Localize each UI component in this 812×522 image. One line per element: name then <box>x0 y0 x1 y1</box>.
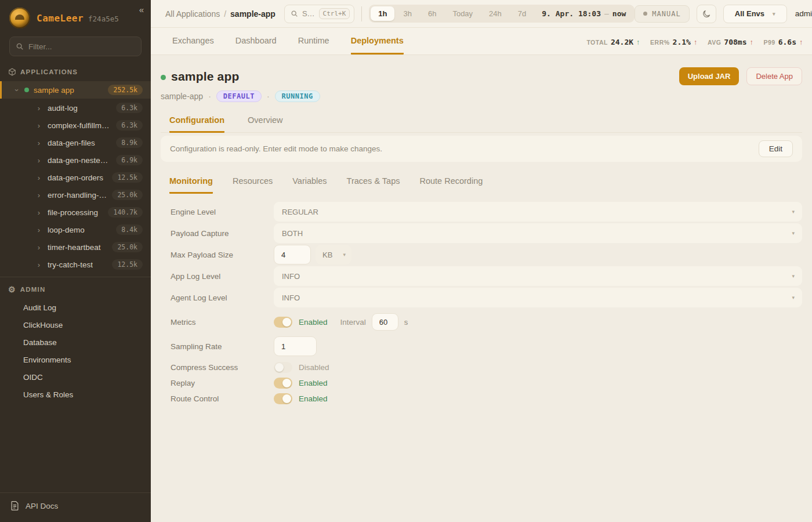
app-label: sample app <box>34 86 74 95</box>
manual-dot-icon <box>643 12 647 16</box>
tab-overview[interactable]: Overview <box>248 115 282 133</box>
env-select-value: All Envs <box>735 9 764 18</box>
upload-jar-button[interactable]: Upload JAR <box>679 67 740 85</box>
chevron-down-icon: › <box>13 86 21 94</box>
field-label: Route Control <box>171 394 274 403</box>
max-payload-size-input[interactable] <box>274 245 311 264</box>
subtab-monitoring[interactable]: Monitoring <box>169 176 213 194</box>
time-range-24h[interactable]: 24h <box>481 6 509 21</box>
filter-input[interactable] <box>28 42 135 51</box>
subtab-traces-taps[interactable]: Traces & Taps <box>347 176 400 194</box>
route-label: error-handling-… <box>48 191 107 200</box>
time-range-today[interactable]: Today <box>445 6 480 21</box>
sidebar-footer: API Docs <box>0 492 151 522</box>
applications-section-header: APPLICATIONS <box>0 68 151 81</box>
metrics-toggle[interactable] <box>274 317 292 328</box>
form-row-replay: Replay Enabled <box>171 378 802 389</box>
field-label: Sampling Rate <box>171 342 274 351</box>
metrics-interval-input[interactable] <box>372 313 398 331</box>
sidebar-item-environments[interactable]: Environments <box>0 351 151 368</box>
stat-label: ERR% <box>650 39 670 46</box>
middot: · <box>208 92 211 101</box>
refresh-mode-button[interactable]: MANUAL <box>635 5 689 23</box>
time-range-6h[interactable]: 6h <box>420 6 444 21</box>
env-select[interactable]: All Envs ▾ <box>723 5 787 23</box>
tab-exchanges[interactable]: Exchanges <box>172 36 214 55</box>
chevron-down-icon: ▾ <box>773 11 775 17</box>
form-row-metrics: Metrics Enabled Interval s <box>171 313 802 331</box>
count-badge: 140.7k <box>108 207 143 217</box>
edit-button[interactable]: Edit <box>759 140 793 157</box>
compress-success-toggle[interactable] <box>274 362 292 373</box>
route-control-toggle[interactable] <box>274 393 292 404</box>
trend-up-icon: ↑ <box>636 38 640 46</box>
sidebar-collapse-icon[interactable]: « <box>139 5 144 14</box>
theme-toggle-button[interactable] <box>697 5 716 23</box>
form-row-engine-level: Engine Level REGULAR ▾ <box>171 202 802 222</box>
sidebar-item-error-handling[interactable]: › error-handling-… 25.0k <box>0 186 151 204</box>
tab-runtime[interactable]: Runtime <box>298 36 329 55</box>
sidebar-item-audit-log[interactable]: › audit-log 6.3k <box>0 99 151 117</box>
global-search[interactable]: S… Ctrl+K <box>284 5 354 23</box>
delete-app-button[interactable]: Delete App <box>746 67 802 85</box>
content: sample app Upload JAR Delete App sample-… <box>151 55 812 522</box>
app-log-level-select[interactable]: INFO ▾ <box>274 266 802 286</box>
sidebar-item-file-processing[interactable]: › file-processing 140.7k <box>0 204 151 221</box>
sidebar-item-complex-fulfillment[interactable]: › complex-fulfillm… 6.3k <box>0 117 151 134</box>
subtab-route-recording[interactable]: Route Recording <box>419 176 483 194</box>
sidebar-item-data-gen-orders[interactable]: › data-gen-orders 12.5k <box>0 169 151 186</box>
filter-input-wrap <box>9 37 142 56</box>
breadcrumb-current: sample-app <box>230 9 276 19</box>
app-status-dot <box>161 75 166 80</box>
max-payload-unit-select[interactable]: KB ▾ <box>316 245 351 264</box>
chevron-right-icon: › <box>35 191 43 200</box>
route-label: data-gen-files <box>48 139 95 147</box>
agent-log-level-select[interactable]: INFO ▾ <box>274 288 802 307</box>
breadcrumb-all-applications[interactable]: All Applications <box>165 9 220 19</box>
app-log-level-value: INFO <box>282 272 300 281</box>
time-range-3h[interactable]: 3h <box>396 6 419 21</box>
sidebar-item-data-gen-nested[interactable]: › data-gen-neste… 6.9k <box>0 151 151 169</box>
sidebar-item-loop-demo[interactable]: › loop-demo 8.4k <box>0 221 151 238</box>
time-range-1h[interactable]: 1h <box>371 6 394 21</box>
gear-icon: ⚙ <box>8 285 16 293</box>
subtab-resources[interactable]: Resources <box>233 176 273 194</box>
time-range-7d[interactable]: 7d <box>510 6 534 21</box>
sidebar-item-oidc[interactable]: OIDC <box>0 368 151 386</box>
toggle-knob <box>275 363 284 372</box>
subtab-variables[interactable]: Variables <box>292 176 327 194</box>
payload-capture-select[interactable]: BOTH ▾ <box>274 223 802 243</box>
stat-p99: P99 6.6s ↑ <box>764 38 803 46</box>
sidebar: CameLeer f24a5e5 « APPLICATIONS › sample… <box>0 0 151 522</box>
sidebar-header: CameLeer f24a5e5 « <box>0 0 151 35</box>
middot: · <box>267 92 270 101</box>
engine-level-select[interactable]: REGULAR ▾ <box>274 202 802 222</box>
sidebar-item-try-catch-test[interactable]: › try-catch-test 12.5k <box>0 256 151 273</box>
sampling-rate-input[interactable] <box>274 336 317 356</box>
app-navbar: Exchanges Dashboard Runtime Deployments … <box>151 28 812 55</box>
route-label: complex-fulfillm… <box>48 121 110 130</box>
camel-logo-icon <box>9 8 30 28</box>
time-range-custom[interactable]: 9. Apr. 18:03—now <box>535 9 633 18</box>
user-menu[interactable]: admin <box>795 9 812 18</box>
replay-toggle[interactable] <box>274 378 292 389</box>
trend-up-icon: ↑ <box>750 38 753 46</box>
sidebar-item-sample-app[interactable]: › sample app 252.5k <box>0 81 151 99</box>
admin-link-label: Audit Log <box>23 303 56 312</box>
tab-dashboard[interactable]: Dashboard <box>235 36 277 55</box>
field-label: Compress Success <box>171 363 274 372</box>
tab-configuration[interactable]: Configuration <box>169 115 224 133</box>
applications-header-label: APPLICATIONS <box>20 68 78 75</box>
admin-header-label: ADMIN <box>20 286 46 293</box>
count-badge: 6.3k <box>116 120 143 130</box>
stat-value: 708ms <box>724 38 746 46</box>
sidebar-item-timer-heartbeat[interactable]: › timer-heartbeat 25.0k <box>0 238 151 256</box>
sidebar-item-clickhouse[interactable]: ClickHouse <box>0 316 151 334</box>
sidebar-item-database[interactable]: Database <box>0 334 151 351</box>
tab-deployments[interactable]: Deployments <box>351 36 404 55</box>
api-docs-link[interactable]: API Docs <box>0 493 151 522</box>
replay-state: Enabled <box>299 379 328 387</box>
sidebar-item-users-roles[interactable]: Users & Roles <box>0 386 151 403</box>
sidebar-item-data-gen-files[interactable]: › data-gen-files 8.9k <box>0 134 151 151</box>
sidebar-item-audit-log-admin[interactable]: Audit Log <box>0 299 151 316</box>
